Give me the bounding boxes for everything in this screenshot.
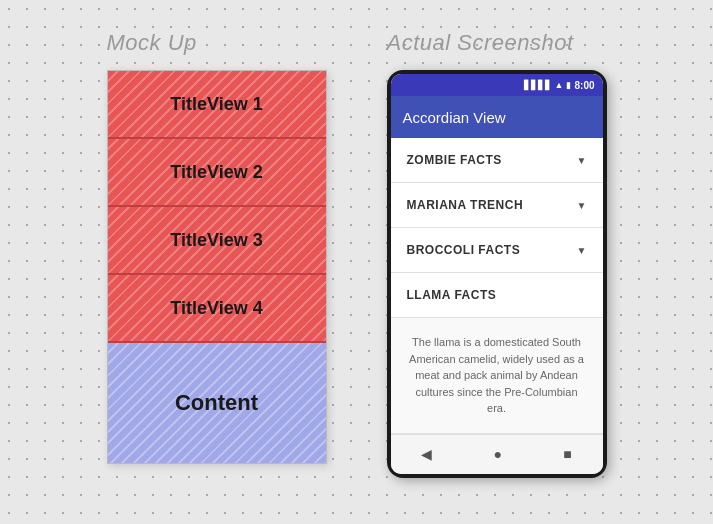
nav-back-button[interactable]: ◀ (421, 446, 432, 462)
accordion-header-zombie[interactable]: ZOMBIE FACTS ▼ (391, 138, 603, 182)
status-time: 8:00 (574, 80, 594, 91)
title-view-1: TitleView 1 (108, 71, 326, 139)
accordion-title-broccoli: BROCCOLI FACTS (407, 243, 521, 257)
accordion-content-text-llama: The llama is a domesticated South Americ… (407, 334, 587, 417)
main-container: Mock Up TitleView 1 TitleView 2 TitleVie… (0, 0, 713, 524)
accordion-title-llama: LLAMA FACTS (407, 288, 497, 302)
accordion-item-mariana-trench[interactable]: MARIANA TRENCH ▼ (391, 183, 603, 228)
accordion-item-llama-facts[interactable]: LLAMA FACTS The llama is a domesticated … (391, 273, 603, 434)
status-bar: ▋▋▋▋ ▲ ▮ 8:00 (391, 74, 603, 96)
wifi-icon: ▲ (555, 80, 564, 90)
title-view-3: TitleView 3 (108, 207, 326, 275)
content-view: Content (108, 343, 326, 463)
accordion-arrow-broccoli: ▼ (577, 245, 587, 256)
app-bar: Accordian View (391, 96, 603, 138)
accordion-arrow-mariana: ▼ (577, 200, 587, 211)
nav-menu-button[interactable]: ■ (563, 446, 571, 462)
nav-bar: ◀ ● ■ (391, 434, 603, 474)
title-view-4: TitleView 4 (108, 275, 326, 343)
accordion-content-llama: The llama is a domesticated South Americ… (391, 317, 603, 433)
status-icons: ▋▋▋▋ ▲ ▮ 8:00 (524, 80, 595, 91)
phone-screen: ▋▋▋▋ ▲ ▮ 8:00 Accordian View ZOMBIE FACT… (391, 74, 603, 474)
accordion-title-mariana: MARIANA TRENCH (407, 198, 524, 212)
left-panel-label: Mock Up (107, 30, 197, 56)
accordion-arrow-zombie: ▼ (577, 155, 587, 166)
nav-home-button[interactable]: ● (494, 446, 502, 462)
battery-icon: ▮ (566, 80, 571, 90)
signal-icon: ▋▋▋▋ (524, 80, 552, 90)
left-panel: Mock Up TitleView 1 TitleView 2 TitleVie… (107, 30, 327, 464)
app-bar-title: Accordian View (403, 109, 506, 126)
right-panel-label: Actual Screenshot (387, 30, 574, 56)
mockup-container: TitleView 1 TitleView 2 TitleView 3 Titl… (107, 70, 327, 464)
title-view-2: TitleView 2 (108, 139, 326, 207)
accordion-item-broccoli-facts[interactable]: BROCCOLI FACTS ▼ (391, 228, 603, 273)
accordion-item-zombie-facts[interactable]: ZOMBIE FACTS ▼ (391, 138, 603, 183)
right-panel: Actual Screenshot ▋▋▋▋ ▲ ▮ 8:00 Accordia… (387, 30, 607, 478)
accordion-header-llama[interactable]: LLAMA FACTS (391, 273, 603, 317)
phone-frame: ▋▋▋▋ ▲ ▮ 8:00 Accordian View ZOMBIE FACT… (387, 70, 607, 478)
accordion-title-zombie: ZOMBIE FACTS (407, 153, 502, 167)
accordion-header-broccoli[interactable]: BROCCOLI FACTS ▼ (391, 228, 603, 272)
accordion-header-mariana[interactable]: MARIANA TRENCH ▼ (391, 183, 603, 227)
